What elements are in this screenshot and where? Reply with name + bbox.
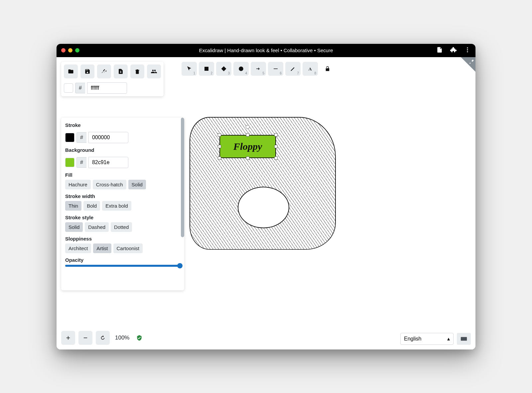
background-label: Background <box>65 147 180 153</box>
zoom-out-button[interactable] <box>78 331 92 345</box>
file-icon[interactable] <box>436 47 443 54</box>
stroke-width-label: Stroke width <box>65 193 180 199</box>
clear-button[interactable] <box>97 64 111 78</box>
fill-option-hachure[interactable]: Hachure <box>65 180 91 189</box>
chevron-up-icon: ▴ <box>447 336 450 342</box>
trash-button[interactable] <box>130 64 144 78</box>
fill-label: Fill <box>65 172 180 178</box>
stroke-style-label: Stroke style <box>65 215 180 220</box>
canvas-color-row: # <box>64 82 161 94</box>
text-tool[interactable]: A8 <box>303 62 318 76</box>
resize-handle-e[interactable] <box>274 145 278 148</box>
opacity-section: Opacity <box>65 257 180 267</box>
github-corner[interactable] <box>461 57 475 72</box>
scrollbar[interactable] <box>181 118 184 237</box>
collab-button[interactable] <box>147 64 161 78</box>
window-zoom-button[interactable] <box>75 48 79 52</box>
svg-point-2 <box>467 51 468 52</box>
stroke-width-extrabold[interactable]: Extra bold <box>102 201 131 211</box>
window-minimize-button[interactable] <box>68 48 72 52</box>
canvas-color-swatch[interactable] <box>64 83 73 93</box>
floppy-shape[interactable]: Floppy <box>190 117 336 250</box>
canvas-color-input[interactable] <box>87 82 127 94</box>
tool-num: 8 <box>314 71 316 75</box>
hash-label: # <box>76 157 86 168</box>
secure-badge-icon <box>136 335 143 341</box>
floppy-label-text: Floppy <box>233 141 262 152</box>
save-button[interactable] <box>80 64 94 78</box>
fill-option-crosshatch[interactable]: Cross-hatch <box>93 180 126 189</box>
opacity-thumb[interactable] <box>177 263 183 268</box>
properties-panel: Stroke # Background # Fill Hachure <box>61 118 184 290</box>
stroke-color-input[interactable] <box>88 132 128 143</box>
svg-text:A: A <box>309 66 312 71</box>
menu-dots-icon[interactable] <box>464 47 471 54</box>
app-content: # 1 2 3 4 5 6 7 A8 Stroke # <box>57 57 475 349</box>
svg-point-1 <box>467 49 468 50</box>
titlebar: Excalidraw | Hand-drawn look & feel • Co… <box>57 44 475 57</box>
tool-num: 3 <box>228 71 230 75</box>
stroke-style-solid[interactable]: Solid <box>65 222 83 232</box>
background-swatch[interactable] <box>65 158 74 167</box>
stroke-label: Stroke <box>65 122 180 128</box>
sloppiness-architect[interactable]: Architect <box>65 244 91 253</box>
resize-handle-s[interactable] <box>246 156 249 160</box>
sloppiness-cartoonist[interactable]: Cartoonist <box>113 244 143 253</box>
traffic-lights <box>61 48 79 52</box>
diamond-tool[interactable]: 3 <box>216 62 231 76</box>
hash-label: # <box>75 83 85 93</box>
svg-rect-3 <box>204 67 208 71</box>
stroke-section: Stroke # <box>65 122 180 143</box>
window-title: Excalidraw | Hand-drawn look & feel • Co… <box>199 48 333 53</box>
ellipse-tool[interactable]: 4 <box>233 62 249 76</box>
resize-handle-nw[interactable] <box>218 133 221 137</box>
sloppiness-artist[interactable]: Artist <box>93 244 111 253</box>
app-window: Excalidraw | Hand-drawn look & feel • Co… <box>57 44 475 349</box>
draw-tool[interactable]: 7 <box>285 62 301 76</box>
opacity-slider[interactable] <box>65 265 180 267</box>
tool-num: 4 <box>245 71 247 75</box>
resize-handle-w[interactable] <box>218 145 221 148</box>
language-label: English <box>404 336 421 342</box>
resize-handle-sw[interactable] <box>218 156 221 160</box>
zoom-in-button[interactable] <box>61 331 75 345</box>
resize-handle-se[interactable] <box>274 156 278 160</box>
extension-icon[interactable] <box>450 47 457 54</box>
svg-point-4 <box>239 66 243 71</box>
window-close-button[interactable] <box>61 48 66 52</box>
stroke-style-section: Stroke style Solid Dashed Dotted <box>65 215 180 232</box>
export-button[interactable] <box>114 64 128 78</box>
resize-handle-ne[interactable] <box>274 133 278 137</box>
selection-tool[interactable]: 1 <box>182 62 197 76</box>
background-color-input[interactable] <box>88 157 128 168</box>
language-select[interactable]: English ▴ <box>400 333 454 345</box>
stroke-style-dashed[interactable]: Dashed <box>85 222 109 232</box>
stroke-swatch[interactable] <box>65 133 74 142</box>
stroke-style-dotted[interactable]: Dotted <box>111 222 132 232</box>
open-button[interactable] <box>64 64 78 78</box>
file-toolbar: # <box>61 62 164 96</box>
floppy-label-rect[interactable]: Floppy <box>219 135 276 158</box>
zoom-reset-button[interactable] <box>96 331 110 345</box>
shape-toolbar: 1 2 3 4 5 6 7 A8 <box>182 62 335 76</box>
resize-handle-n[interactable] <box>246 133 249 137</box>
tool-num: 7 <box>297 71 299 75</box>
svg-point-0 <box>467 48 468 49</box>
arrow-tool[interactable]: 5 <box>251 62 266 76</box>
zoom-level: 100% <box>115 335 129 341</box>
fill-section: Fill Hachure Cross-hatch Solid <box>65 172 180 189</box>
floppy-hole <box>238 187 289 228</box>
keyboard-shortcuts-button[interactable] <box>457 333 471 345</box>
lock-tool[interactable] <box>320 62 335 76</box>
canvas-drawing[interactable]: Floppy <box>190 117 336 250</box>
tool-num: 5 <box>262 71 264 75</box>
line-tool[interactable]: 6 <box>268 62 283 76</box>
stroke-width-bold[interactable]: Bold <box>83 201 100 211</box>
stroke-width-thin[interactable]: Thin <box>65 201 81 211</box>
footer-right: English ▴ <box>400 333 471 345</box>
fill-option-solid[interactable]: Solid <box>128 180 146 189</box>
rectangle-tool[interactable]: 2 <box>199 62 214 76</box>
rotate-handle[interactable] <box>246 125 250 129</box>
tool-num: 1 <box>193 71 195 75</box>
tool-num: 2 <box>210 71 212 75</box>
